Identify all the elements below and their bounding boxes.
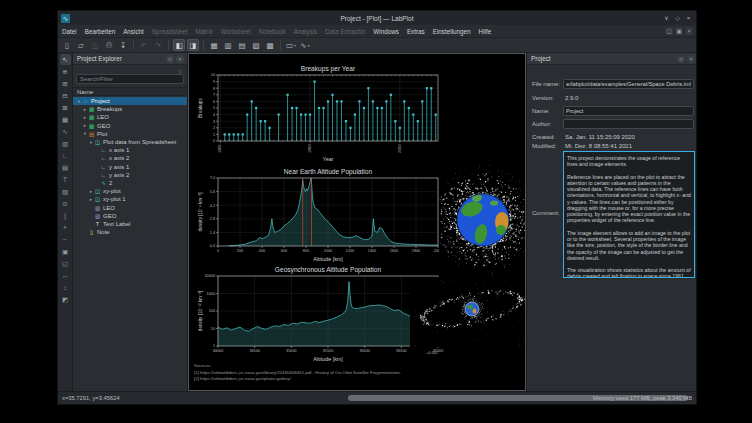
- add-reference-line-icon[interactable]: |: [60, 210, 71, 221]
- menu-datei[interactable]: Datei: [58, 25, 81, 38]
- add-custom-point-icon[interactable]: ⊙: [60, 198, 71, 209]
- shift-view-icon[interactable]: ◩: [60, 294, 71, 305]
- child-restore-button[interactable]: ▢: [665, 27, 673, 35]
- dock-float-button[interactable]: ◇: [166, 55, 174, 63]
- add-legend-icon[interactable]: ▤: [60, 162, 71, 173]
- new-plot-dropdown-icon[interactable]: ▭▾: [285, 39, 297, 51]
- new-datapicker-icon[interactable]: ▩: [264, 39, 276, 51]
- worksheet-icon: ▤: [88, 130, 95, 138]
- breakups-per-year-plot[interactable]: 012345678910196019802000Breakups per Yea…: [197, 64, 445, 162]
- open-project-icon[interactable]: ▱: [75, 39, 87, 51]
- tree-item-label: GEO: [103, 213, 116, 219]
- undo-icon: ↶: [138, 39, 150, 51]
- tree-item-text-label[interactable]: TText Label: [73, 220, 187, 228]
- tree-item-y-axis-1[interactable]: ∟y axis 1: [73, 163, 187, 171]
- menu-matrix[interactable]: Matrix: [192, 25, 217, 38]
- note-icon: ▯: [88, 228, 95, 236]
- tree-item-xy-plot[interactable]: ▸◫xy-plot: [73, 187, 187, 195]
- new-worksheet-icon[interactable]: ▤: [236, 39, 248, 51]
- tree-item-geo[interactable]: ▸▦GEO: [73, 122, 187, 130]
- tree-item-plot-data-from-spreadsheet[interactable]: ▾◫Plot data from Spreadsheet: [73, 138, 187, 146]
- properties-header[interactable]: Project ◇×: [527, 53, 697, 65]
- created-value: Sa. Jan. 11 15:25:09 2020: [565, 134, 635, 140]
- zoom-out-icon[interactable]: −: [60, 234, 71, 245]
- search-input[interactable]: [76, 74, 184, 84]
- new-matrix-icon[interactable]: ▥: [222, 39, 234, 51]
- name-input[interactable]: [563, 106, 694, 116]
- add-image-icon[interactable]: ▨: [60, 186, 71, 197]
- zoom-in-icon[interactable]: +: [60, 222, 71, 233]
- dock-close-button[interactable]: ×: [687, 55, 695, 63]
- new-project-icon[interactable]: ▯: [61, 39, 73, 51]
- auto-scale-x-icon[interactable]: ↔: [60, 270, 71, 281]
- sources-text-label[interactable]: Sources: [1] https://orbitaldebris.jsc.n…: [194, 363, 400, 383]
- menu-bearbeiten[interactable]: Bearbeiten: [81, 25, 119, 38]
- tree-item-x-axis-2[interactable]: ∟x axis 2: [73, 154, 187, 162]
- menu-hilfe[interactable]: Hilfe: [475, 25, 496, 38]
- project-explorer-header[interactable]: Project Explorer ◇×: [73, 53, 187, 65]
- leo-debris-image[interactable]: [439, 164, 526, 276]
- title-bar[interactable]: ∿ Project - [Plot] — LabPlot ∨◇×: [58, 11, 696, 25]
- auto-scale-y-icon[interactable]: ↕: [60, 282, 71, 293]
- print-icon[interactable]: ⎙: [103, 39, 115, 51]
- plot-icon: ◫: [94, 138, 101, 146]
- comment-textarea[interactable]: This project demonstrates the usage of r…: [563, 151, 695, 278]
- geo-debris-image[interactable]: [410, 277, 526, 347]
- add-histogram-icon[interactable]: ▥: [60, 138, 71, 149]
- tree-item-note[interactable]: ▯Note: [73, 228, 187, 236]
- zoom-x-select-tool-icon[interactable]: ⊟: [60, 90, 71, 101]
- author-input[interactable]: [563, 119, 694, 129]
- dock-float-button[interactable]: ◇: [677, 55, 685, 63]
- svg-text:Breakups per Year: Breakups per Year: [301, 65, 356, 73]
- menu-worksheet[interactable]: Worksheet: [217, 25, 255, 38]
- add-curve-dropdown-icon[interactable]: ∿▾: [299, 39, 311, 51]
- status-bar: x=35.7291, y=3.45624 Memory used 177 MB,…: [58, 391, 696, 404]
- menu-analysis[interactable]: Analysis: [290, 25, 321, 38]
- menu-data-extractor[interactable]: Data Extractor: [321, 25, 369, 38]
- minimize-button[interactable]: ∨: [662, 14, 671, 23]
- export-icon[interactable]: ↧: [117, 39, 129, 51]
- menu-einstellungen[interactable]: Einstellungen: [429, 25, 475, 38]
- worksheet-view[interactable]: 012345678910196019802000Breakups per Yea…: [188, 53, 526, 391]
- file-name-input[interactable]: [563, 79, 694, 89]
- select-tool-icon[interactable]: ↖: [60, 54, 71, 65]
- add-axis-icon[interactable]: ∟: [60, 150, 71, 161]
- child-close-button[interactable]: ×: [685, 27, 693, 35]
- svg-text:1200: 1200: [346, 249, 354, 253]
- menu-windows[interactable]: Windows: [369, 25, 403, 38]
- child-maximize-button[interactable]: ▣: [675, 27, 683, 35]
- tree-item-leo[interactable]: ▨LEO: [73, 203, 187, 211]
- toggle-properties-explorer-icon[interactable]: ◨: [187, 39, 199, 51]
- navigate-tool-icon[interactable]: ⊕: [60, 66, 71, 77]
- zoom-y-select-tool-icon[interactable]: ⊠: [60, 102, 71, 113]
- near-earth-altitude-plot[interactable]: 0.01.42.84.25.67.00200400600800100012001…: [197, 167, 445, 262]
- svg-text:35000: 35000: [286, 349, 297, 353]
- menu-extras[interactable]: Extras: [403, 25, 429, 38]
- new-notebook-icon[interactable]: ▧: [250, 39, 262, 51]
- menu-notebook[interactable]: Notebook: [255, 25, 290, 38]
- add-curve-icon[interactable]: ∿: [60, 126, 71, 137]
- tree-item-x-axis-1[interactable]: ∟x axis 1: [73, 146, 187, 154]
- zoom-select-tool-icon[interactable]: ⊞: [60, 78, 71, 89]
- tree-item-plot[interactable]: ▾▤Plot: [73, 130, 187, 138]
- maximize-button[interactable]: ◇: [673, 14, 682, 23]
- add-text-label-icon[interactable]: T: [60, 174, 71, 185]
- menu-spreadsheet[interactable]: Spreadsheet: [148, 25, 192, 38]
- tree-item-project[interactable]: ▾▱Project: [73, 97, 187, 105]
- svg-text:1000: 1000: [324, 249, 332, 253]
- tree-item-geo[interactable]: ▨GEO: [73, 212, 187, 220]
- add-plot-icon[interactable]: ▦: [60, 114, 71, 125]
- dock-close-button[interactable]: ×: [176, 55, 184, 63]
- tree-item-xy-plot-1[interactable]: ▸◫xy-plot 1: [73, 195, 187, 203]
- auto-scale-icon[interactable]: ◱: [60, 258, 71, 269]
- tree-item-y-axis-2[interactable]: ∟y axis 2: [73, 171, 187, 179]
- original-size-icon[interactable]: ▣: [60, 246, 71, 257]
- tree-item-leo[interactable]: ▸▦LEO: [73, 113, 187, 121]
- close-button[interactable]: ×: [684, 14, 693, 23]
- tree-item-2[interactable]: ∿2: [73, 179, 187, 187]
- tree-item-breakups[interactable]: ▸▦Breakups: [73, 105, 187, 113]
- menu-ansicht[interactable]: Ansicht: [119, 25, 148, 38]
- toggle-project-explorer-icon[interactable]: ◧: [173, 39, 185, 51]
- new-spreadsheet-icon[interactable]: ▦: [208, 39, 220, 51]
- geosynchronous-altitude-plot[interactable]: 1101001000100003400034500350003550036000…: [197, 265, 445, 362]
